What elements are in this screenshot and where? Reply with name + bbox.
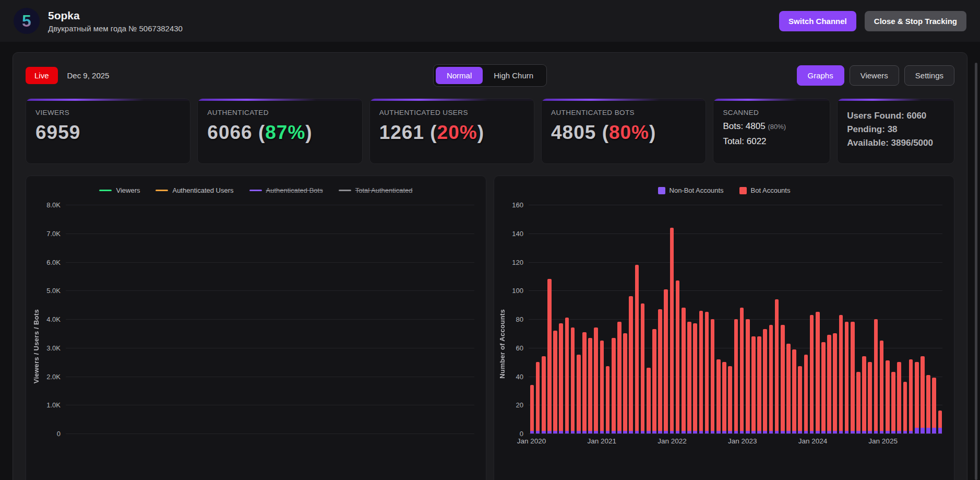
bar[interactable]: [646, 205, 651, 434]
bar[interactable]: [547, 205, 552, 434]
bar[interactable]: [798, 205, 803, 434]
bot-bar-segment: [833, 333, 837, 434]
bar[interactable]: [687, 205, 692, 434]
bar[interactable]: [710, 205, 715, 434]
gridline: [66, 233, 474, 234]
charts-row: ViewersAuthenticated UsersAuthenticated …: [26, 175, 954, 480]
bar[interactable]: [728, 205, 733, 434]
bar[interactable]: [862, 205, 867, 434]
bar[interactable]: [600, 205, 604, 434]
bar[interactable]: [774, 205, 779, 434]
bar[interactable]: [739, 205, 744, 434]
bar[interactable]: [629, 205, 634, 434]
legend-item[interactable]: Authenticated Users: [156, 186, 233, 194]
bar[interactable]: [780, 205, 785, 434]
bar[interactable]: [897, 205, 902, 434]
bar[interactable]: [938, 205, 942, 434]
bar[interactable]: [652, 205, 657, 434]
bar[interactable]: [565, 205, 569, 434]
bar[interactable]: [675, 205, 680, 434]
bar[interactable]: [588, 205, 593, 434]
bar[interactable]: [541, 205, 546, 434]
bar[interactable]: [833, 205, 838, 434]
bar[interactable]: [594, 205, 599, 434]
bar[interactable]: [576, 205, 581, 434]
bar[interactable]: [844, 205, 849, 434]
nonbot-bar-segment: [827, 431, 831, 434]
nonbot-bar-segment: [763, 431, 767, 434]
bar[interactable]: [809, 205, 814, 434]
bar[interactable]: [914, 205, 919, 434]
authenticated-label: AUTHENTICATED: [207, 109, 352, 116]
legend-item[interactable]: Total Authenticated: [339, 186, 413, 194]
bar[interactable]: [681, 205, 686, 434]
bar[interactable]: [763, 205, 768, 434]
bar[interactable]: [722, 205, 727, 434]
bar[interactable]: [815, 205, 820, 434]
bar[interactable]: [745, 205, 750, 434]
bot-bar-segment: [530, 385, 534, 434]
bar[interactable]: [909, 205, 913, 434]
switch-channel-button[interactable]: Switch Channel: [779, 11, 856, 31]
bar[interactable]: [926, 205, 931, 434]
legend-item[interactable]: Viewers: [99, 186, 140, 194]
bar[interactable]: [623, 205, 628, 434]
close-stop-tracking-button[interactable]: Close & Stop Tracking: [865, 11, 966, 31]
bar[interactable]: [903, 205, 907, 434]
bar[interactable]: [670, 205, 674, 434]
legend-item[interactable]: Non-Bot Accounts: [658, 186, 724, 194]
bar[interactable]: [751, 205, 756, 434]
bar[interactable]: [856, 205, 861, 434]
bar[interactable]: [891, 205, 896, 434]
tab-viewers[interactable]: Viewers: [850, 65, 899, 86]
bar[interactable]: [530, 205, 534, 434]
bar[interactable]: [769, 205, 773, 434]
nonbot-bar-segment: [868, 431, 872, 434]
bar[interactable]: [786, 205, 791, 434]
bar[interactable]: [885, 205, 890, 434]
bar[interactable]: [553, 205, 558, 434]
bar[interactable]: [879, 205, 884, 434]
scanned-bots-line: Bots: 4805 (80%): [723, 121, 820, 132]
bar[interactable]: [570, 205, 575, 434]
bar[interactable]: [850, 205, 855, 434]
bar[interactable]: [839, 205, 843, 434]
bar[interactable]: [716, 205, 721, 434]
bar[interactable]: [868, 205, 873, 434]
mode-high-churn-button[interactable]: High Churn: [483, 67, 544, 84]
bar[interactable]: [658, 205, 663, 434]
bar[interactable]: [611, 205, 616, 434]
bar[interactable]: [664, 205, 668, 434]
bar[interactable]: [582, 205, 587, 434]
bar[interactable]: [874, 205, 878, 434]
bar[interactable]: [605, 205, 610, 434]
gridline: [66, 434, 474, 434]
bar[interactable]: [535, 205, 540, 434]
live-badge[interactable]: Live: [26, 67, 58, 84]
bar[interactable]: [635, 205, 639, 434]
legend-item[interactable]: Bot Accounts: [739, 186, 791, 194]
bar[interactable]: [757, 205, 762, 434]
bar[interactable]: [693, 205, 698, 434]
bar[interactable]: [821, 205, 826, 434]
tab-graphs[interactable]: Graphs: [797, 65, 844, 86]
bar[interactable]: [559, 205, 564, 434]
bar[interactable]: [617, 205, 622, 434]
authenticated-bots-pct: 80%: [609, 122, 649, 143]
bar[interactable]: [699, 205, 703, 434]
legend-item[interactable]: Authenticated Bots: [249, 186, 323, 194]
vertical-scrollbar[interactable]: [975, 63, 977, 480]
bar[interactable]: [792, 205, 797, 434]
bot-bar-segment: [897, 362, 901, 434]
bar[interactable]: [827, 205, 832, 434]
bar[interactable]: [640, 205, 645, 434]
bar[interactable]: [734, 205, 738, 434]
bar[interactable]: [921, 205, 925, 434]
tab-settings[interactable]: Settings: [904, 65, 954, 86]
bar[interactable]: [932, 205, 937, 434]
bar[interactable]: [704, 205, 709, 434]
authenticated-card: AUTHENTICATED 6066 (87%): [197, 98, 362, 164]
bar[interactable]: [804, 205, 808, 434]
mode-normal-button[interactable]: Normal: [436, 67, 483, 84]
bot-bar-segment: [792, 349, 796, 434]
